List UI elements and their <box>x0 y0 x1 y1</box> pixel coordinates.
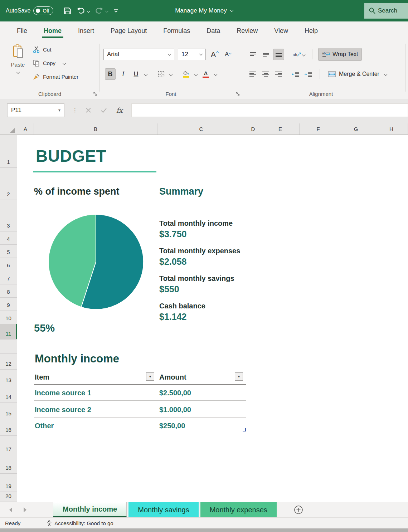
align-middle-button[interactable] <box>260 49 271 60</box>
row-header-1[interactable]: 1 <box>0 135 17 168</box>
orientation-button[interactable]: ab <box>291 49 306 60</box>
cut-button[interactable]: Cut <box>33 45 78 54</box>
decrease-font-size-button[interactable]: A <box>223 50 233 59</box>
menu-tab-review[interactable]: Review <box>228 21 266 40</box>
fill-color-dropdown-icon[interactable] <box>194 72 198 76</box>
row-header-4[interactable]: 4 <box>0 231 17 245</box>
select-all-corner[interactable] <box>0 123 17 135</box>
row-header-13[interactable]: 13 <box>0 370 17 386</box>
column-header-g[interactable]: G <box>337 123 375 135</box>
align-bottom-button[interactable] <box>273 49 284 60</box>
column-header-a[interactable]: A <box>17 123 34 135</box>
increase-indent-button[interactable] <box>303 68 314 80</box>
name-box[interactable]: P11 ▾ <box>7 103 64 117</box>
row-header-9[interactable]: 9 <box>0 298 17 311</box>
font-color-dropdown-icon[interactable] <box>214 72 218 76</box>
merge-center-button[interactable]: Merge & Center <box>326 68 389 80</box>
income-amount-cell[interactable]: $250,00 <box>159 422 185 430</box>
income-table-col-amount[interactable]: Amount <box>159 373 186 381</box>
formula-bar-handle[interactable]: ⋮ <box>72 109 78 111</box>
summary-heading[interactable]: Summary <box>159 186 203 197</box>
formula-input[interactable] <box>131 103 408 117</box>
fill-color-button[interactable] <box>181 68 191 80</box>
row-header-3[interactable]: 3 <box>0 200 17 231</box>
menu-tab-view[interactable]: View <box>266 21 296 40</box>
income-table-heading[interactable]: Monthly income <box>35 352 119 365</box>
pie-chart[interactable] <box>48 214 144 309</box>
row-header-8[interactable]: 8 <box>0 284 17 298</box>
accessibility-status[interactable]: Accessibility: Good to go <box>54 520 113 526</box>
decrease-indent-button[interactable] <box>290 68 301 80</box>
sheet-canvas[interactable]: BUDGET % of income spent Summary 55% Tot… <box>17 135 408 502</box>
autosave-toggle[interactable]: AutoSave Off <box>6 6 53 15</box>
previous-sheet-icon[interactable] <box>9 507 12 512</box>
column-header-b[interactable]: B <box>34 123 157 135</box>
menu-tab-home[interactable]: Home <box>35 21 70 40</box>
undo-icon[interactable] <box>77 7 85 14</box>
align-center-button[interactable] <box>260 68 271 80</box>
save-icon[interactable] <box>63 7 72 15</box>
sheet-tab-monthly-expenses[interactable]: Monthly expenses <box>200 502 277 517</box>
clipboard-dialog-launcher-icon[interactable] <box>93 92 97 96</box>
row-header-12[interactable]: 12 <box>0 354 17 370</box>
amount-filter-button[interactable]: ▾ <box>235 372 243 381</box>
align-left-button[interactable] <box>247 68 258 80</box>
font-dialog-launcher-icon[interactable] <box>236 92 240 96</box>
copy-button[interactable]: Copy <box>33 59 78 67</box>
align-right-button[interactable] <box>273 68 284 80</box>
row-header-19[interactable]: 19 <box>0 474 17 492</box>
row-header-11[interactable]: 11 <box>0 324 17 340</box>
paste-button[interactable]: Paste <box>6 44 29 73</box>
autosave-switch[interactable]: Off <box>33 6 53 15</box>
row-header-16[interactable]: 16 <box>0 419 17 436</box>
wrap-text-button[interactable]: ab Wrap Text <box>318 48 362 61</box>
new-sheet-button[interactable] <box>293 502 303 517</box>
undo-dropdown-icon[interactable] <box>87 9 90 13</box>
row-header-2[interactable]: 2 <box>0 168 17 200</box>
name-box-dropdown-icon[interactable]: ▾ <box>58 108 60 113</box>
orientation-dropdown-icon[interactable] <box>302 53 306 56</box>
font-color-button[interactable]: A <box>200 68 211 80</box>
insert-function-icon[interactable]: fx <box>116 106 123 114</box>
income-item-cell[interactable]: Income source 2 <box>35 406 91 414</box>
bold-button[interactable]: B <box>105 68 116 80</box>
chart-section-heading[interactable]: % of income spent <box>34 186 120 197</box>
font-size-combobox[interactable]: 12 <box>178 49 206 60</box>
column-header-d[interactable]: D <box>245 123 261 135</box>
next-sheet-icon[interactable] <box>24 507 26 512</box>
percent-spent-label[interactable]: 55% <box>34 322 55 334</box>
summary-item-value[interactable]: $3.750 <box>159 229 277 239</box>
row-header-17[interactable]: 17 <box>0 436 17 455</box>
row-header-20[interactable]: 20 <box>0 492 17 502</box>
underline-button[interactable]: U <box>131 68 141 80</box>
increase-font-size-button[interactable]: A <box>209 49 220 59</box>
menu-tab-formulas[interactable]: Formulas <box>155 21 198 40</box>
item-filter-button[interactable]: ▾ <box>146 372 154 381</box>
row-header-18[interactable]: 18 <box>0 455 17 474</box>
income-amount-cell[interactable]: $2.500,00 <box>159 389 191 397</box>
merge-center-dropdown-icon[interactable] <box>384 72 387 76</box>
menu-tab-insert[interactable]: Insert <box>70 21 102 40</box>
row-header-10[interactable]: 10 <box>0 311 17 324</box>
search-box[interactable]: Search <box>364 3 408 19</box>
menu-tab-data[interactable]: Data <box>198 21 228 40</box>
row-header-7[interactable]: 7 <box>0 271 17 284</box>
sheet-title[interactable]: BUDGET <box>36 146 106 166</box>
underline-dropdown-icon[interactable] <box>144 72 148 76</box>
italic-button[interactable]: I <box>118 68 128 80</box>
income-amount-cell[interactable]: $1.000,00 <box>159 406 191 414</box>
sheet-tab-monthly-savings[interactable]: Monthly savings <box>128 502 198 517</box>
income-table-col-item[interactable]: Item <box>35 373 49 381</box>
column-header-c[interactable]: C <box>157 123 245 135</box>
borders-dropdown-icon[interactable] <box>169 72 173 76</box>
font-name-combobox[interactable]: Arial <box>103 49 174 60</box>
summary-item-value[interactable]: $2.058 <box>159 257 277 267</box>
ribbon-options-icon[interactable] <box>113 9 119 13</box>
copy-dropdown-icon[interactable] <box>63 61 66 65</box>
row-header-6[interactable]: 6 <box>0 258 17 271</box>
column-header-e[interactable]: E <box>261 123 300 135</box>
table-resize-handle[interactable] <box>243 428 246 431</box>
borders-button[interactable] <box>156 68 166 80</box>
row-header-14[interactable]: 14 <box>0 386 17 403</box>
sheet-tab-monthly-income[interactable]: Monthly income <box>53 502 127 517</box>
